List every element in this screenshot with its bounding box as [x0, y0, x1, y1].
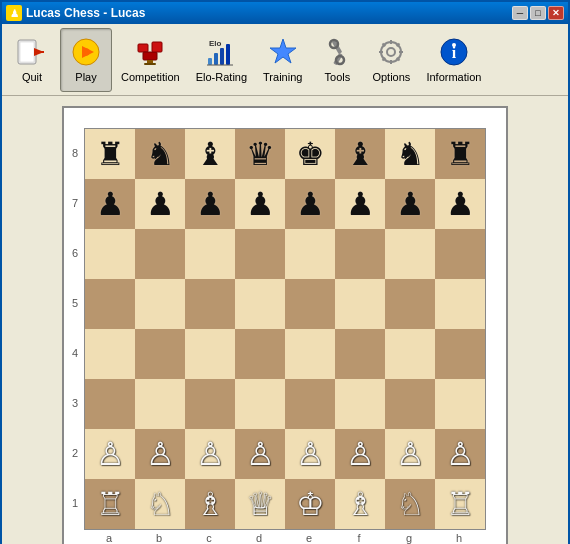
elo-rating-label: Elo-Rating [196, 71, 247, 83]
square-a3[interactable] [85, 379, 135, 429]
toolbar: Quit Play [2, 24, 568, 96]
square-d6[interactable] [235, 229, 285, 279]
square-h7[interactable]: ♟ [435, 179, 485, 229]
play-label: Play [75, 71, 96, 83]
square-f4[interactable] [335, 329, 385, 379]
competition-label: Competition [121, 71, 180, 83]
file-g: g [384, 532, 434, 544]
square-c8[interactable]: ♝ [185, 129, 235, 179]
maximize-button[interactable]: □ [530, 6, 546, 20]
svg-rect-9 [152, 42, 162, 52]
square-a6[interactable] [85, 229, 135, 279]
titlebar: ♟ Lucas Chess - Lucas ─ □ ✕ [2, 2, 568, 24]
elo-rating-button[interactable]: Elo Elo-Rating [189, 28, 254, 92]
square-a7[interactable]: ♟ [85, 179, 135, 229]
file-b: b [134, 532, 184, 544]
square-b2[interactable]: ♙ [135, 429, 185, 479]
square-h5[interactable] [435, 279, 485, 329]
board-wrapper: 8 7 6 5 4 3 2 1 ♜♞♝♛♚♝♞♜♟♟♟♟♟♟♟♟♙♙♙♙♙♙♙♙… [62, 106, 508, 544]
square-d3[interactable] [235, 379, 285, 429]
square-b5[interactable] [135, 279, 185, 329]
square-d7[interactable]: ♟ [235, 179, 285, 229]
square-g4[interactable] [385, 329, 435, 379]
svg-rect-11 [144, 63, 156, 65]
file-labels: a b c d e f g h [84, 532, 486, 544]
square-c4[interactable] [185, 329, 235, 379]
square-b3[interactable] [135, 379, 185, 429]
rank-labels: 8 7 6 5 4 3 2 1 [68, 128, 82, 528]
play-button[interactable]: Play [60, 28, 112, 92]
square-g6[interactable] [385, 229, 435, 279]
rank-5: 5 [68, 278, 82, 328]
square-d5[interactable] [235, 279, 285, 329]
square-e6[interactable] [285, 229, 335, 279]
square-g1[interactable]: ♘ [385, 479, 435, 529]
square-h2[interactable]: ♙ [435, 429, 485, 479]
square-h6[interactable] [435, 229, 485, 279]
file-e: e [284, 532, 334, 544]
square-a8[interactable]: ♜ [85, 129, 135, 179]
square-e8[interactable]: ♚ [285, 129, 335, 179]
square-c6[interactable] [185, 229, 235, 279]
square-f1[interactable]: ♗ [335, 479, 385, 529]
svg-marker-18 [270, 39, 296, 63]
square-b4[interactable] [135, 329, 185, 379]
square-e3[interactable] [285, 379, 335, 429]
square-d8[interactable]: ♛ [235, 129, 285, 179]
rank-8: 8 [68, 128, 82, 178]
square-h1[interactable]: ♖ [435, 479, 485, 529]
square-h3[interactable] [435, 379, 485, 429]
svg-point-22 [336, 56, 344, 64]
training-label: Training [263, 71, 302, 83]
svg-rect-1 [20, 42, 34, 62]
chess-board[interactable]: ♜♞♝♛♚♝♞♜♟♟♟♟♟♟♟♟♙♙♙♙♙♙♙♙♖♘♗♕♔♗♘♖ [84, 128, 486, 530]
minimize-button[interactable]: ─ [512, 6, 528, 20]
svg-rect-15 [226, 44, 230, 65]
competition-button[interactable]: Competition [114, 28, 187, 92]
square-e2[interactable]: ♙ [285, 429, 335, 479]
square-e1[interactable]: ♔ [285, 479, 335, 529]
square-c1[interactable]: ♗ [185, 479, 235, 529]
square-e4[interactable] [285, 329, 335, 379]
square-f7[interactable]: ♟ [335, 179, 385, 229]
square-c2[interactable]: ♙ [185, 429, 235, 479]
square-b7[interactable]: ♟ [135, 179, 185, 229]
square-f5[interactable] [335, 279, 385, 329]
quit-button[interactable]: Quit [6, 28, 58, 92]
square-f6[interactable] [335, 229, 385, 279]
svg-rect-7 [138, 44, 148, 52]
square-f2[interactable]: ♙ [335, 429, 385, 479]
square-b8[interactable]: ♞ [135, 129, 185, 179]
square-d4[interactable] [235, 329, 285, 379]
information-button[interactable]: i Information [419, 28, 488, 92]
square-b6[interactable] [135, 229, 185, 279]
square-a5[interactable] [85, 279, 135, 329]
square-c7[interactable]: ♟ [185, 179, 235, 229]
square-a2[interactable]: ♙ [85, 429, 135, 479]
square-g2[interactable]: ♙ [385, 429, 435, 479]
square-d2[interactable]: ♙ [235, 429, 285, 479]
square-b1[interactable]: ♘ [135, 479, 185, 529]
square-g7[interactable]: ♟ [385, 179, 435, 229]
square-e5[interactable] [285, 279, 335, 329]
square-c5[interactable] [185, 279, 235, 329]
tools-button[interactable]: Tools [311, 28, 363, 92]
training-button[interactable]: Training [256, 28, 309, 92]
square-a4[interactable] [85, 329, 135, 379]
square-e7[interactable]: ♟ [285, 179, 335, 229]
square-f8[interactable]: ♝ [335, 129, 385, 179]
square-h4[interactable] [435, 329, 485, 379]
square-h8[interactable]: ♜ [435, 129, 485, 179]
file-d: d [234, 532, 284, 544]
chess-board-container: 8 7 6 5 4 3 2 1 ♜♞♝♛♚♝♞♜♟♟♟♟♟♟♟♟♙♙♙♙♙♙♙♙… [62, 106, 508, 544]
square-c3[interactable] [185, 379, 235, 429]
play-icon [70, 36, 102, 68]
close-button[interactable]: ✕ [548, 6, 564, 20]
options-button[interactable]: Options [365, 28, 417, 92]
square-a1[interactable]: ♖ [85, 479, 135, 529]
square-g5[interactable] [385, 279, 435, 329]
square-g8[interactable]: ♞ [385, 129, 435, 179]
square-f3[interactable] [335, 379, 385, 429]
square-g3[interactable] [385, 379, 435, 429]
square-d1[interactable]: ♕ [235, 479, 285, 529]
